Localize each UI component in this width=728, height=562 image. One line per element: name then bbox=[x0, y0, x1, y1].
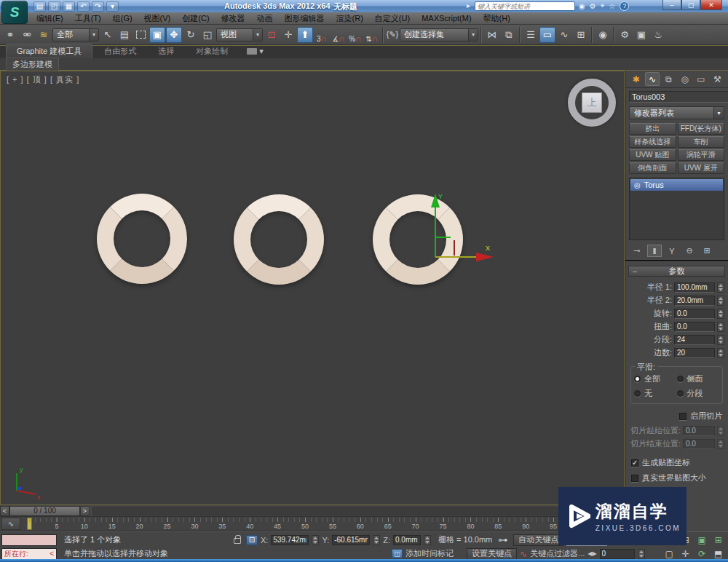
time-slider-handle[interactable]: 0 / 100 bbox=[9, 506, 80, 516]
smooth-radio-option[interactable]: 侧面 bbox=[677, 373, 720, 384]
slice-parameter-value-field[interactable]: 0.0 bbox=[683, 426, 715, 436]
keyboard-override-toggle-icon[interactable]: ⬆ bbox=[297, 27, 313, 43]
modifier-shortcut-button[interactable]: 倒角剖面 bbox=[629, 162, 676, 174]
use-pivot-point-icon[interactable]: ⊡ bbox=[264, 27, 280, 43]
coord-y-field[interactable] bbox=[332, 535, 370, 545]
menu-item[interactable]: 动画 bbox=[251, 12, 279, 24]
render-setup-icon[interactable]: ⚙ bbox=[617, 27, 633, 43]
maxscript-mini-listener[interactable]: 所在行: < bbox=[1, 548, 57, 560]
menu-item[interactable]: 修改器 bbox=[215, 12, 251, 24]
modifier-shortcut-button[interactable]: UVW 展开 bbox=[678, 162, 725, 174]
enable-slice-checkbox-row[interactable]: 启用切片 bbox=[625, 408, 728, 424]
ribbon-minimize-control[interactable]: ▾ bbox=[247, 47, 264, 58]
subscription-wrench-icon[interactable]: ⚙ bbox=[590, 2, 596, 10]
spinner-arrows[interactable] bbox=[424, 535, 431, 545]
time-slider-track[interactable] bbox=[92, 507, 622, 515]
selection-lock-icon[interactable] bbox=[234, 538, 241, 544]
select-and-link-icon[interactable]: ⚭ bbox=[2, 27, 18, 43]
auto-key-button[interactable]: 自动关键点 bbox=[513, 534, 563, 546]
add-time-tag-label[interactable]: 添加时间标记 bbox=[405, 548, 454, 559]
spinner-arrows[interactable] bbox=[717, 426, 724, 436]
new-key-tangent-icon[interactable]: ∿ bbox=[520, 549, 527, 559]
menu-item[interactable]: 创建(C) bbox=[176, 12, 215, 24]
zoom-extents-all-icon[interactable]: ⊞ bbox=[711, 533, 727, 547]
select-and-move-icon[interactable]: ✥ bbox=[166, 27, 182, 43]
spinner-arrows[interactable] bbox=[717, 439, 724, 449]
previous-frame-button[interactable]: < bbox=[0, 506, 9, 516]
render-production-icon[interactable]: ♨ bbox=[650, 27, 666, 43]
edit-named-selection-sets-icon[interactable]: {✎} bbox=[386, 27, 399, 43]
ribbon-tab-selection[interactable]: 选择 bbox=[148, 44, 184, 58]
torus-object-2[interactable] bbox=[234, 194, 324, 285]
select-object-icon[interactable]: ↖ bbox=[100, 27, 116, 43]
pin-stack-icon[interactable]: ⊸ bbox=[630, 245, 644, 257]
object-name-field[interactable] bbox=[629, 91, 728, 103]
schematic-view-icon[interactable]: ⊞ bbox=[573, 27, 589, 43]
spinner-arrows[interactable] bbox=[717, 322, 724, 332]
maximize-button[interactable]: ▢ bbox=[681, 0, 700, 10]
spinner-arrows[interactable] bbox=[638, 549, 645, 559]
smooth-radio-option[interactable]: 无 bbox=[634, 388, 677, 399]
viewport-label[interactable]: [ + ] [ 顶 ] [ 真实 ] bbox=[7, 74, 79, 85]
undo-button[interactable]: ↶ bbox=[77, 1, 90, 12]
modifier-shortcut-button[interactable]: UVW 贴图 bbox=[629, 149, 676, 161]
real-world-checkbox-row[interactable]: 真实世界贴图大小 bbox=[625, 470, 728, 486]
spinner-arrows[interactable] bbox=[717, 309, 724, 319]
tab-modify[interactable]: ∿ bbox=[645, 72, 659, 86]
map-coords-checkbox-row[interactable]: 生成贴图坐标 bbox=[625, 455, 728, 470]
viewcube-top-face[interactable]: 上 bbox=[582, 92, 602, 113]
viewcube[interactable]: 上 bbox=[568, 79, 616, 127]
rendered-frame-window-icon[interactable]: ▣ bbox=[633, 27, 649, 43]
mini-curve-editor-button[interactable]: ∿ bbox=[1, 518, 20, 530]
modifier-shortcut-button[interactable]: FFD(长方体) bbox=[678, 123, 725, 135]
modifier-shortcut-button[interactable]: 涡轮平滑 bbox=[678, 149, 725, 161]
help-icon[interactable]: ? bbox=[620, 1, 629, 11]
key-mode-toggle-icon[interactable]: ◀▶ bbox=[587, 550, 596, 557]
set-key-button[interactable]: 设置关键点 bbox=[467, 548, 517, 560]
spinner-snap-toggle-icon[interactable]: ⇅ ∩ bbox=[364, 27, 380, 43]
snap-toggle-3d-icon[interactable]: 3 ∩ bbox=[314, 27, 330, 43]
window-crossing-toggle-icon[interactable]: ▣ bbox=[149, 27, 165, 43]
communication-center-icon[interactable]: ⌖ bbox=[601, 1, 605, 10]
save-file-button[interactable]: ▦ bbox=[63, 1, 75, 12]
new-file-button[interactable]: ▤ bbox=[33, 1, 46, 12]
parameter-value-field[interactable]: 20 bbox=[674, 348, 715, 358]
menu-item[interactable]: 工具(T) bbox=[69, 12, 107, 24]
toolbar-options-caret-icon[interactable]: ▾ bbox=[106, 1, 119, 12]
menu-item[interactable]: 编辑(E) bbox=[31, 12, 69, 24]
modifier-list-dropdown[interactable]: 修改器列表 ▾ bbox=[629, 106, 724, 119]
parameter-value-field[interactable]: 0.0 bbox=[674, 322, 715, 332]
bind-to-space-warp-icon[interactable]: ≋ bbox=[36, 27, 52, 43]
ribbon-tab-freeform[interactable]: 自由形式 bbox=[94, 44, 146, 58]
application-menu-logo-button[interactable]: S bbox=[1, 1, 28, 24]
coord-z-field[interactable] bbox=[393, 535, 421, 545]
maxscript-macro-recorder-line[interactable] bbox=[1, 534, 57, 546]
infocenter-search-input[interactable] bbox=[475, 1, 575, 11]
search-binoculars-icon[interactable]: ◉ bbox=[579, 2, 585, 10]
reference-coordinate-dropdown[interactable]: 视图 ▾ bbox=[216, 28, 263, 41]
spinner-arrows[interactable] bbox=[373, 535, 380, 545]
show-end-result-icon[interactable]: ‖ bbox=[647, 245, 662, 257]
parameter-value-field[interactable]: 20.0mm bbox=[674, 296, 715, 306]
ribbon-panel-polygon-modeling[interactable]: 多边形建模 bbox=[6, 58, 59, 71]
minimize-button[interactable]: – bbox=[662, 0, 681, 10]
current-frame-field[interactable] bbox=[600, 549, 635, 559]
menu-item[interactable]: 渲染(R) bbox=[331, 12, 369, 24]
menu-item[interactable]: 帮助(H) bbox=[478, 12, 516, 24]
tab-display[interactable]: ▭ bbox=[694, 72, 708, 86]
percent-snap-toggle-icon[interactable]: % ∩ bbox=[347, 27, 363, 43]
time-tag-icon[interactable]: ◫ bbox=[392, 549, 403, 558]
parameter-value-field[interactable]: 100.0mm bbox=[674, 282, 715, 293]
parameter-value-field[interactable]: 0.0 bbox=[674, 309, 715, 319]
tab-create[interactable]: ✱ bbox=[629, 72, 643, 86]
parameters-rollout-header[interactable]: − 参数 bbox=[628, 266, 725, 277]
next-frame-button[interactable]: > bbox=[80, 506, 90, 516]
absolute-offset-mode-icon[interactable]: ⊡ bbox=[246, 535, 258, 545]
zoom-extents-icon[interactable]: ▣ bbox=[694, 533, 711, 547]
ribbon-tab-object-paint[interactable]: 对象绘制 bbox=[186, 44, 238, 58]
spinner-arrows[interactable] bbox=[717, 335, 724, 345]
menu-item[interactable]: 图形编辑器 bbox=[279, 12, 331, 24]
coord-x-field[interactable] bbox=[271, 535, 309, 545]
close-button[interactable]: ✕ bbox=[700, 0, 722, 10]
spinner-arrows[interactable] bbox=[717, 282, 724, 293]
